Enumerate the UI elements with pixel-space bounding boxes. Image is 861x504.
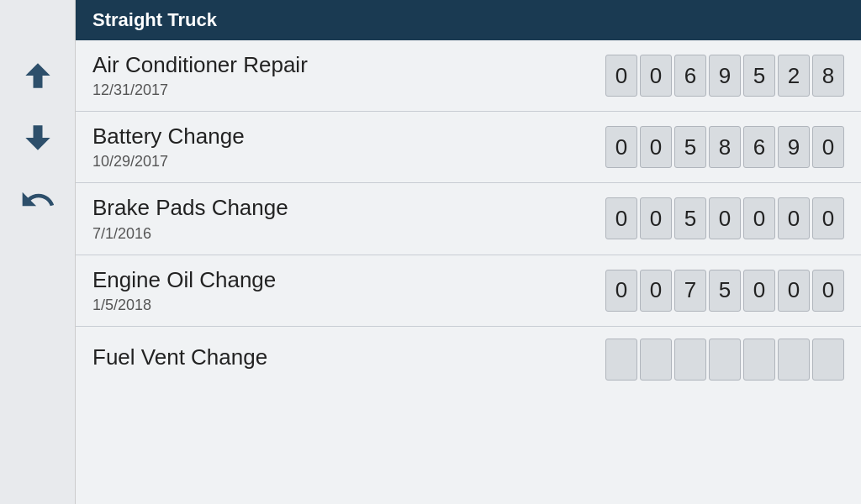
- odometer-digit: [812, 339, 844, 381]
- odometer-digit: 8: [812, 55, 844, 97]
- item-info: Brake Pads Change7/1/2016: [92, 195, 288, 242]
- page-title: Straight Truck: [92, 9, 217, 31]
- odometer-digit: [640, 339, 672, 381]
- odometer-display: 0075000: [605, 270, 844, 312]
- odometer-digit: 0: [778, 197, 810, 239]
- odometer-digit: 0: [605, 126, 637, 168]
- odometer-digit: 2: [778, 55, 810, 97]
- odometer-digit: 0: [812, 126, 844, 168]
- odometer-digit: 0: [812, 197, 844, 239]
- odometer-digit: 0: [640, 197, 672, 239]
- main-content: Straight Truck Air Conditioner Repair12/…: [76, 0, 861, 504]
- list-item[interactable]: Battery Change10/29/20170058690: [76, 112, 861, 183]
- list-item[interactable]: Brake Pads Change7/1/20160050000: [76, 183, 861, 255]
- arrow-down-icon[interactable]: [19, 119, 56, 156]
- odometer-digit: 0: [605, 270, 637, 312]
- odometer-digit: 0: [743, 197, 775, 239]
- sidebar: [0, 0, 76, 504]
- maintenance-list: Air Conditioner Repair12/31/20170069528B…: [76, 40, 861, 504]
- odometer-digit: [743, 339, 775, 381]
- odometer-digit: 5: [674, 126, 706, 168]
- item-date: 12/31/2017: [92, 81, 308, 99]
- undo-icon[interactable]: [19, 181, 56, 218]
- odometer-digit: 5: [709, 270, 741, 312]
- arrow-up-icon[interactable]: [19, 57, 56, 94]
- odometer-digit: 0: [709, 197, 741, 239]
- list-item[interactable]: Air Conditioner Repair12/31/20170069528: [76, 40, 861, 112]
- odometer-digit: 5: [743, 55, 775, 97]
- odometer-digit: 0: [605, 55, 637, 97]
- header: Straight Truck: [76, 0, 861, 40]
- list-item[interactable]: Fuel Vent Change: [76, 327, 861, 392]
- odometer-digit: 9: [778, 126, 810, 168]
- odometer-display: 0069528: [605, 55, 844, 97]
- item-date: 1/5/2018: [92, 297, 276, 314]
- odometer-digit: 0: [778, 270, 810, 312]
- item-date: 7/1/2016: [92, 225, 288, 243]
- item-name: Fuel Vent Change: [92, 344, 267, 370]
- odometer-digit: [709, 339, 741, 381]
- item-date: 10/29/2017: [92, 153, 245, 171]
- odometer-digit: [605, 339, 637, 381]
- odometer-digit: 0: [640, 126, 672, 168]
- item-name: Battery Change: [92, 123, 245, 150]
- odometer-digit: 7: [674, 270, 706, 312]
- item-name: Engine Oil Change: [92, 267, 276, 293]
- odometer-display: [605, 339, 844, 381]
- item-info: Battery Change10/29/2017: [92, 123, 245, 171]
- list-item[interactable]: Engine Oil Change1/5/20180075000: [76, 255, 861, 327]
- item-name: Air Conditioner Repair: [92, 52, 308, 78]
- odometer-digit: [674, 339, 706, 381]
- odometer-digit: 0: [640, 270, 672, 312]
- odometer-digit: 0: [640, 55, 672, 97]
- odometer-digit: 6: [674, 55, 706, 97]
- item-info: Engine Oil Change1/5/2018: [92, 267, 276, 314]
- item-name: Brake Pads Change: [92, 195, 288, 221]
- item-info: Fuel Vent Change: [92, 344, 267, 374]
- odometer-digit: 6: [743, 126, 775, 168]
- odometer-digit: 9: [709, 55, 741, 97]
- item-info: Air Conditioner Repair12/31/2017: [92, 52, 308, 99]
- odometer-digit: 0: [743, 270, 775, 312]
- odometer-digit: 8: [709, 126, 741, 168]
- odometer-display: 0058690: [605, 126, 844, 168]
- odometer-display: 0050000: [605, 197, 844, 239]
- odometer-digit: [778, 339, 810, 381]
- menu-icon[interactable]: [23, 8, 53, 32]
- odometer-digit: 5: [674, 197, 706, 239]
- odometer-digit: 0: [812, 270, 844, 312]
- odometer-digit: 0: [605, 197, 637, 239]
